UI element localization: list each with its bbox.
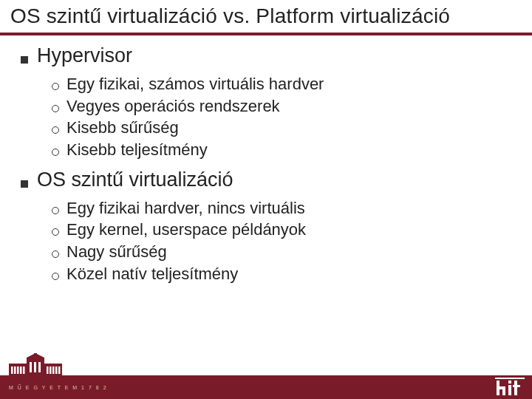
hit-logo-icon	[495, 378, 525, 397]
list-item: Kisebb sűrűség	[52, 117, 511, 139]
square-bullet-icon	[21, 180, 28, 188]
section-heading-row: Hypervisor	[21, 44, 511, 67]
svg-rect-13	[23, 366, 25, 374]
svg-rect-14	[47, 366, 49, 374]
list-item: Egy kernel, userspace példányok	[52, 219, 511, 241]
svg-rect-21	[502, 386, 505, 395]
circle-bullet-icon	[52, 126, 59, 134]
list-item: Egy fizikai, számos virtuális hardver	[52, 73, 511, 95]
section-hypervisor: Hypervisor Egy fizikai, számos virtuális…	[21, 44, 511, 161]
content-area: Hypervisor Egy fizikai, számos virtuális…	[0, 35, 532, 285]
circle-bullet-icon	[52, 207, 59, 214]
slide-title: OS szintű virtualizáció vs. Platform vir…	[10, 4, 522, 28]
list-item-text: Kisebb teljesítmény	[66, 139, 208, 161]
list-item-text: Kisebb sűrűség	[66, 117, 179, 139]
svg-rect-15	[50, 366, 52, 374]
circle-bullet-icon	[52, 149, 59, 156]
list-item-text: Egy fizikai, számos virtuális hardver	[66, 73, 324, 95]
circle-bullet-icon	[52, 105, 59, 112]
svg-rect-3	[34, 353, 37, 355]
svg-rect-8	[38, 362, 41, 372]
list-item: Közel natív teljesítmény	[52, 263, 511, 285]
list-item-text: Nagy sűrűség	[66, 241, 167, 263]
svg-rect-9	[11, 366, 13, 374]
section-items: Egy fizikai hardver, nincs virtuális Egy…	[21, 197, 511, 285]
section-heading: OS szintű virtualizáció	[37, 168, 233, 191]
svg-rect-23	[508, 381, 511, 383]
list-item-text: Közel natív teljesítmény	[66, 263, 238, 285]
list-item-text: Vegyes operációs rendszerek	[66, 95, 280, 117]
circle-bullet-icon	[52, 250, 59, 258]
svg-rect-24	[514, 381, 517, 395]
circle-bullet-icon	[52, 273, 59, 280]
svg-rect-16	[52, 366, 55, 374]
section-os-virtualization: OS szintű virtualizáció Egy fizikai hard…	[21, 168, 511, 285]
list-item: Nagy sűrűség	[52, 241, 511, 263]
section-heading-row: OS szintű virtualizáció	[21, 168, 511, 191]
svg-rect-25	[513, 385, 520, 387]
section-heading: Hypervisor	[37, 44, 132, 67]
footer-bar: M Ű E G Y E T E M 1 7 8 2	[0, 375, 532, 399]
list-item: Egy fizikai hardver, nincs virtuális	[52, 197, 511, 219]
slide: OS szintű virtualizáció vs. Platform vir…	[0, 0, 532, 399]
list-item-text: Egy kernel, userspace példányok	[66, 219, 306, 241]
svg-rect-10	[14, 366, 16, 374]
svg-rect-6	[30, 362, 32, 372]
list-item: Kisebb teljesítmény	[52, 139, 511, 161]
svg-rect-26	[495, 378, 525, 379]
footer-left-text: M Ű E G Y E T E M 1 7 8 2	[9, 385, 108, 390]
circle-bullet-icon	[52, 83, 59, 90]
list-item: Vegyes operációs rendszerek	[52, 95, 511, 117]
svg-rect-17	[55, 366, 58, 374]
svg-rect-12	[20, 366, 22, 374]
svg-rect-22	[508, 385, 511, 395]
square-bullet-icon	[21, 56, 28, 64]
title-area: OS szintű virtualizáció vs. Platform vir…	[0, 0, 532, 30]
circle-bullet-icon	[52, 228, 59, 236]
svg-rect-18	[58, 366, 61, 374]
svg-rect-11	[17, 366, 19, 374]
building-icon	[4, 353, 66, 377]
svg-rect-7	[34, 362, 36, 372]
list-item-text: Egy fizikai hardver, nincs virtuális	[66, 197, 305, 219]
section-items: Egy fizikai, számos virtuális hardver Ve…	[21, 73, 511, 161]
